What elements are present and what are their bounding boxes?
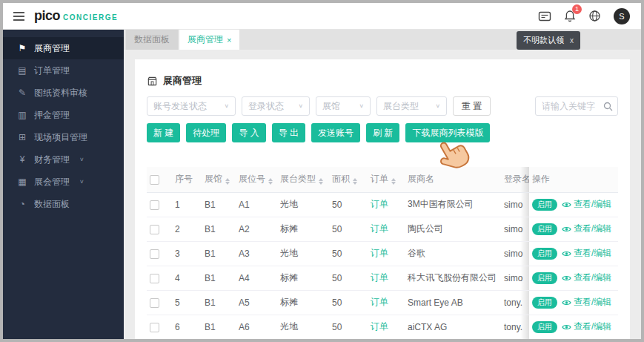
- order-link[interactable]: 订单: [371, 272, 388, 283]
- status-badge: 启用: [532, 321, 557, 333]
- col-area[interactable]: 面积: [329, 167, 368, 192]
- sidebar-item-exhibitor-management[interactable]: ⚑ 展商管理: [3, 37, 124, 59]
- tab-close-icon[interactable]: ×: [227, 36, 231, 45]
- keyword-search-input[interactable]: [535, 96, 618, 116]
- brand-logo: pico CONCIERGE: [34, 8, 118, 24]
- hall-select[interactable]: 展馆 ∨: [316, 96, 371, 116]
- col-hall[interactable]: 展馆: [202, 167, 236, 192]
- sidebar-item-onsite-project-management[interactable]: ⊞ 现场项目管理: [3, 126, 124, 148]
- tab-data-panel[interactable]: 数据面板: [126, 30, 178, 50]
- exhibitor-table: 序号 展馆 展位号 展台类型 面积 订单 展商名 登录名 操作: [147, 167, 618, 339]
- brand-primary: pico: [34, 8, 60, 24]
- exhibition-icon: ▦: [17, 177, 27, 187]
- table-row: 1 B1 A1 光地 50 订单 3M中国有限公司 simo 启用查看/编辑: [147, 192, 618, 217]
- table-row: 5 B1 A5 标摊 50 订单 Smart Eye AB tony. 启用查看…: [147, 290, 618, 315]
- sidebar-item-label: 展会管理: [34, 176, 70, 188]
- menu-icon[interactable]: [13, 12, 24, 21]
- order-link[interactable]: 订单: [371, 199, 388, 209]
- deposit-icon: ▥: [17, 110, 27, 120]
- row-checkbox[interactable]: [150, 249, 159, 259]
- sort-icon[interactable]: [268, 178, 273, 185]
- page-title-text: 展商管理: [163, 74, 202, 88]
- row-checkbox[interactable]: [150, 298, 159, 308]
- order-link[interactable]: 订单: [371, 223, 388, 234]
- orders-icon: ▤: [17, 65, 27, 76]
- tab-exhibitor-management[interactable]: 展商管理 ×: [179, 30, 239, 50]
- sort-icon[interactable]: [225, 178, 230, 185]
- row-checkbox[interactable]: [150, 225, 159, 234]
- order-link[interactable]: 订单: [371, 248, 388, 258]
- search-box: [535, 96, 618, 116]
- unclaimed-funds-tooltip[interactable]: 不明款认领 x: [517, 31, 580, 50]
- order-link[interactable]: 订单: [371, 321, 388, 332]
- table-row: 3 B1 A3 光地 50 订单 谷歌 simo 启用查看/编辑: [147, 241, 618, 266]
- user-avatar[interactable]: S: [614, 8, 630, 24]
- table-header-row: 序号 展馆 展位号 展台类型 面积 订单 展商名 登录名 操作: [147, 167, 618, 192]
- view-edit-link[interactable]: 查看/编辑: [562, 198, 611, 211]
- content-card: 展商管理 账号发送状态 ∨ 登录状态 ∨ 展馆 ∨ 展台类型 ∨: [135, 59, 630, 339]
- view-edit-link[interactable]: 查看/编辑: [562, 272, 611, 284]
- account-send-status-select[interactable]: 账号发送状态 ∨: [147, 96, 236, 116]
- sidebar-item-label: 财务管理: [34, 154, 70, 166]
- eye-icon: [562, 323, 571, 331]
- sidebar-item-exhibition-management[interactable]: ▦ 展会管理 ∨: [3, 171, 124, 193]
- chevron-down-icon: ∨: [79, 157, 84, 162]
- row-checkbox[interactable]: [150, 200, 159, 210]
- create-button[interactable]: 新 建: [147, 123, 180, 142]
- col-booth-type[interactable]: 展台类型: [277, 167, 329, 192]
- sort-icon[interactable]: [319, 178, 323, 185]
- status-badge: 启用: [532, 223, 557, 235]
- sidebar-item-label: 押金管理: [34, 109, 70, 122]
- app-window: pico CONCIERGE 1 S 不明款认领 x ⚑ 展商管理 ▤: [0, 0, 644, 342]
- sidebar-item-data-dashboard[interactable]: ◔ 数据面板: [3, 193, 124, 215]
- table-row: 6 B1 A6 光地 50 订单 aiCTX AG tony. 启用查看/编辑: [147, 315, 618, 339]
- eye-icon: [562, 201, 571, 208]
- col-exhibitor-name: 展商名: [405, 167, 501, 192]
- sidebar: ⚑ 展商管理 ▤ 订单管理 ✎ 图纸资料审核 ▥ 押金管理 ⊞ 现场项目管理 ¥…: [3, 30, 124, 339]
- language-globe-icon[interactable]: [588, 10, 601, 22]
- download-template-button[interactable]: 下载展商列表模版: [405, 123, 490, 142]
- row-checkbox[interactable]: [150, 323, 159, 332]
- sidebar-item-drawing-review[interactable]: ✎ 图纸资料审核: [3, 82, 124, 104]
- order-link[interactable]: 订单: [371, 297, 388, 307]
- col-order[interactable]: 订单: [368, 167, 405, 192]
- drawings-icon: ✎: [17, 88, 27, 98]
- view-edit-link[interactable]: 查看/编辑: [562, 223, 611, 235]
- status-badge: 启用: [532, 272, 557, 284]
- reset-button[interactable]: 重 置: [453, 96, 491, 116]
- header-actions: 1 S: [538, 8, 641, 24]
- sort-icon[interactable]: [353, 178, 357, 185]
- refresh-button[interactable]: 刷 新: [366, 123, 399, 142]
- eye-icon: [562, 250, 571, 257]
- notifications-bell-icon[interactable]: 1: [564, 10, 576, 22]
- filter-row: 账号发送状态 ∨ 登录状态 ∨ 展馆 ∨ 展台类型 ∨ 重 置: [147, 96, 618, 116]
- view-edit-link[interactable]: 查看/编辑: [562, 296, 611, 309]
- import-button[interactable]: 导 入: [232, 123, 265, 142]
- col-actions: 操作: [529, 167, 618, 192]
- pending-button[interactable]: 待处理: [186, 123, 226, 142]
- brand-secondary: CONCIERGE: [63, 13, 118, 22]
- sidebar-item-label: 订单管理: [34, 65, 70, 77]
- dashboard-icon: ◔: [17, 199, 27, 209]
- chevron-down-icon: ∨: [298, 103, 303, 109]
- select-all-checkbox[interactable]: [150, 175, 159, 185]
- sidebar-item-label: 展商管理: [34, 42, 70, 55]
- booth-type-select[interactable]: 展台类型 ∨: [376, 96, 447, 116]
- chevron-down-icon: ∨: [224, 103, 229, 109]
- view-edit-link[interactable]: 查看/编辑: [562, 320, 611, 333]
- col-serial: 序号: [172, 167, 202, 192]
- tooltip-close-icon[interactable]: x: [570, 36, 574, 45]
- view-edit-link[interactable]: 查看/编辑: [562, 247, 611, 260]
- row-checkbox[interactable]: [150, 274, 159, 283]
- col-booth[interactable]: 展位号: [236, 167, 277, 192]
- sort-icon[interactable]: [391, 178, 396, 185]
- login-status-select[interactable]: 登录状态 ∨: [242, 96, 310, 116]
- send-account-button[interactable]: 发送账号: [311, 123, 360, 142]
- sidebar-item-finance-management[interactable]: ¥ 财务管理 ∨: [3, 148, 124, 171]
- sidebar-item-deposit-management[interactable]: ▥ 押金管理: [3, 104, 124, 126]
- unclaimed-funds-icon[interactable]: [538, 10, 551, 22]
- export-button[interactable]: 导 出: [272, 123, 305, 142]
- sidebar-item-label: 数据面板: [34, 198, 70, 211]
- sidebar-item-order-management[interactable]: ▤ 订单管理: [3, 59, 124, 82]
- status-badge: 启用: [532, 199, 557, 211]
